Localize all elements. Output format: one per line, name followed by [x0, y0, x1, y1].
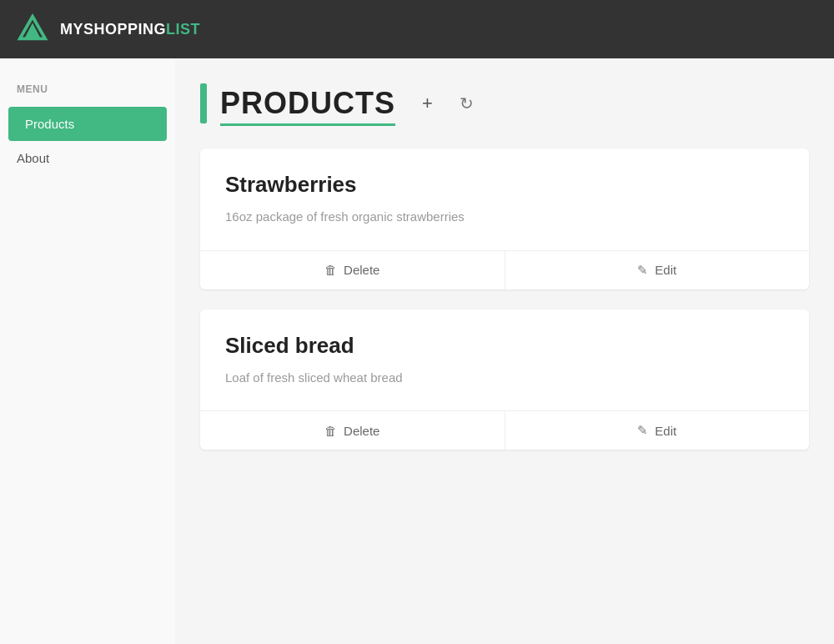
product-card-actions: 🗑 Delete ✎ Edit	[200, 250, 809, 289]
app-header: MYSHOPPINGLIST	[0, 0, 834, 58]
sidebar: MENU Products About	[0, 58, 175, 644]
edit-label: Edit	[655, 424, 676, 438]
product-card-body: Strawberries 16oz package of fresh organ…	[200, 148, 809, 250]
add-product-button[interactable]: +	[415, 91, 440, 116]
page-header: PRODUCTS + ↻	[200, 83, 809, 123]
product-card: Strawberries 16oz package of fresh organ…	[200, 148, 809, 289]
app-title: MYSHOPPINGLIST	[60, 21, 200, 38]
sidebar-item-products[interactable]: Products	[8, 107, 167, 141]
delete-label: Delete	[344, 263, 379, 277]
trash-icon: 🗑	[324, 424, 337, 438]
main-layout: MENU Products About PRODUCTS + ↻ Strawbe…	[0, 58, 834, 644]
refresh-button[interactable]: ↻	[453, 92, 480, 115]
delete-button[interactable]: 🗑 Delete	[200, 411, 505, 450]
edit-button[interactable]: ✎ Edit	[505, 411, 810, 450]
product-name: Strawberries	[225, 172, 784, 198]
product-card: Sliced bread Loaf of fresh sliced wheat …	[200, 309, 809, 450]
edit-label: Edit	[655, 263, 676, 277]
product-card-actions: 🗑 Delete ✎ Edit	[200, 410, 809, 450]
edit-icon: ✎	[637, 423, 648, 438]
page-title: PRODUCTS	[220, 86, 395, 121]
menu-label: MENU	[0, 83, 175, 95]
product-name: Sliced bread	[225, 333, 784, 359]
sidebar-item-about[interactable]: About	[0, 141, 175, 175]
main-content: PRODUCTS + ↻ Strawberries 16oz package o…	[175, 58, 834, 644]
product-description: 16oz package of fresh organic strawberri…	[225, 208, 784, 227]
delete-button[interactable]: 🗑 Delete	[200, 251, 505, 289]
product-card-body: Sliced bread Loaf of fresh sliced wheat …	[200, 309, 809, 411]
page-header-accent-bar	[200, 83, 207, 123]
delete-label: Delete	[344, 424, 379, 438]
trash-icon: 🗑	[324, 263, 337, 277]
edit-button[interactable]: ✎ Edit	[505, 251, 810, 289]
vue-logo-icon	[17, 13, 48, 45]
edit-icon: ✎	[637, 263, 648, 278]
product-description: Loaf of fresh sliced wheat bread	[225, 369, 784, 388]
